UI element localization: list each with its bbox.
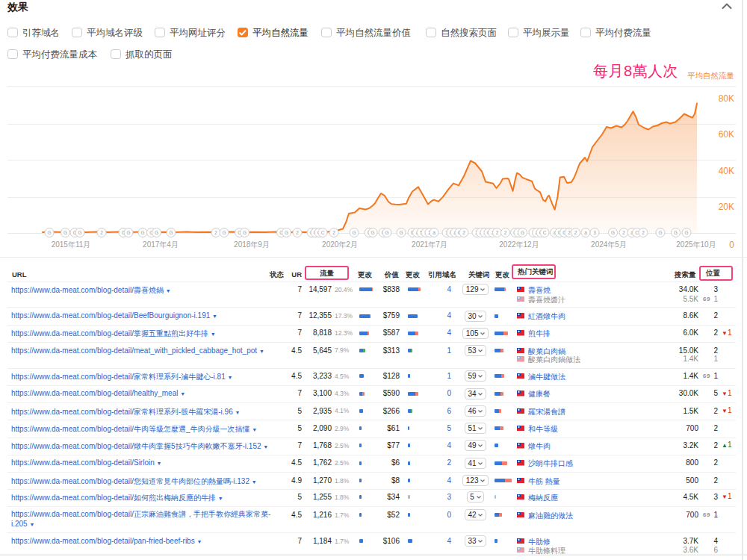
svg-text:G: G (78, 230, 81, 235)
svg-text:2: 2 (568, 230, 571, 235)
svg-text:2: 2 (622, 230, 625, 235)
svg-text:a: a (433, 230, 436, 235)
svg-text:G: G (521, 230, 524, 235)
svg-text:G: G (385, 230, 388, 235)
svg-text:G: G (155, 230, 158, 235)
svg-text:2: 2 (642, 230, 645, 235)
svg-text:G: G (399, 230, 403, 235)
svg-text:G: G (674, 230, 678, 235)
svg-text:G: G (371, 230, 374, 235)
svg-text:2: 2 (574, 230, 577, 235)
svg-text:2: 2 (496, 230, 499, 235)
svg-text:G: G (222, 230, 226, 235)
svg-text:G: G (658, 230, 662, 235)
svg-text:G: G (243, 230, 247, 235)
svg-text:G: G (169, 230, 173, 235)
svg-text:2: 2 (296, 230, 299, 235)
svg-text:C: C (321, 230, 325, 235)
svg-text:2: 2 (332, 230, 335, 235)
svg-text:a: a (584, 230, 587, 235)
svg-text:2: 2 (214, 230, 217, 235)
svg-text:G: G (126, 230, 130, 235)
svg-text:C: C (543, 230, 547, 235)
svg-text:G: G (611, 230, 615, 235)
svg-text:G: G (47, 230, 51, 235)
svg-text:G: G (352, 230, 356, 235)
svg-text:2: 2 (100, 230, 103, 235)
svg-text:G: G (285, 230, 288, 235)
svg-text:3: 3 (593, 230, 596, 235)
svg-text:G: G (63, 230, 67, 235)
svg-text:2: 2 (504, 230, 507, 235)
svg-text:G: G (140, 230, 144, 235)
svg-text:G: G (684, 230, 688, 235)
svg-text:C: C (635, 230, 639, 235)
svg-text:2: 2 (462, 230, 465, 235)
